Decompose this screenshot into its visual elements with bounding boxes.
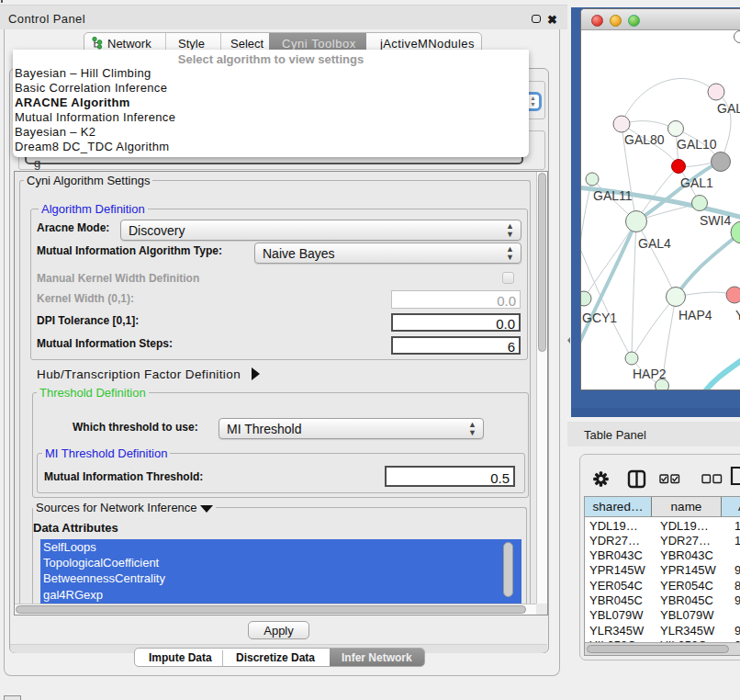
svg-text:GAL80: GAL80 [624,132,665,147]
svg-text:GAL4: GAL4 [638,236,671,251]
svg-text:GAL1: GAL1 [680,175,713,190]
svg-text:GCY1: GCY1 [582,310,617,325]
svg-text:HAP4: HAP4 [678,308,712,322]
svg-text:GAL11: GAL11 [593,188,633,203]
svg-text:GAL10: GAL10 [677,137,717,152]
svg-text:HAP2: HAP2 [633,367,667,381]
svg-text:GAL7: GAL7 [717,101,740,116]
svg-text:SWI4: SWI4 [700,213,731,228]
svg-text:Y: Y [735,308,740,322]
